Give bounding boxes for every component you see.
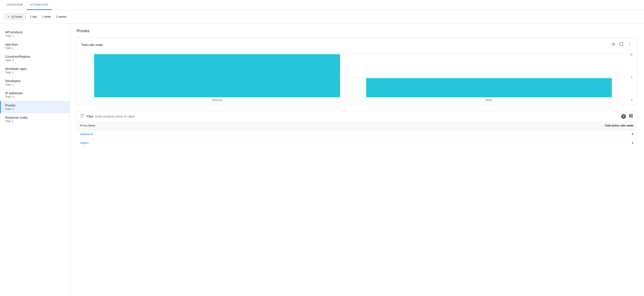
bars-container: helloworld httpbin: [81, 53, 625, 101]
sidebar-item-proxies[interactable]: Proxies Total: 2: [0, 101, 69, 113]
sidebar-item-api-products[interactable]: API products Total: 1: [0, 28, 69, 40]
chart-more-icon[interactable]: [627, 41, 632, 48]
time-filter-bar: ✓ 12 hours 1 day 1 week 2 weeks: [0, 10, 644, 24]
filter-1week[interactable]: 1 week: [41, 14, 52, 20]
top-tabs: OVERVIEW ATTRIBUTES: [0, 0, 644, 10]
svg-point-6: [630, 45, 630, 46]
y-label-5: 5: [631, 76, 632, 79]
columns-icon[interactable]: [628, 113, 633, 119]
sidebar-item-response-codes[interactable]: Response codes Total: 1: [0, 113, 69, 125]
column-proxy-name: Proxy Name: [77, 121, 284, 130]
svg-point-5: [630, 44, 630, 44]
column-total-calls[interactable]: ↓Total action calls made: [284, 121, 637, 130]
table-cell-name: helloworld: [77, 130, 284, 139]
bar-group-helloworld: helloworld: [81, 53, 353, 101]
main-layout: API products Total: 1 App keys Total: 1 …: [0, 24, 644, 296]
chart-title: Total calls made: [81, 43, 103, 47]
filter-icon: [80, 115, 84, 118]
svg-rect-11: [630, 114, 632, 118]
chart-header: Total calls made: [77, 38, 637, 52]
content-area: Proxies Total calls made: [70, 24, 644, 296]
svg-point-4: [630, 43, 630, 43]
filter-label: Filter: [87, 115, 94, 118]
chart-icons: [610, 41, 632, 48]
sidebar-item-developer-apps[interactable]: Developer apps Total: 1: [0, 64, 69, 77]
sidebar-item-developers[interactable]: Developers Total: 1: [0, 77, 69, 89]
table-header-row: Proxy Name ↓Total action calls made: [77, 121, 637, 130]
chart-download-icon[interactable]: [610, 41, 616, 48]
filter-input[interactable]: [95, 115, 620, 118]
help-icon[interactable]: ?: [621, 114, 626, 119]
filter-12hours[interactable]: ✓ 12 hours: [4, 14, 26, 20]
sidebar: API products Total: 1 App keys Total: 1 …: [0, 24, 70, 296]
tab-attributes[interactable]: ATTRIBUTES: [26, 0, 52, 10]
checkmark-icon: ✓: [8, 15, 10, 18]
sidebar-item-ip-addresses[interactable]: IP addresses Total: 3: [0, 89, 69, 101]
y-label-0: 0: [631, 99, 632, 101]
bar-group-httpbin: httpbin: [353, 53, 625, 101]
chart-card: Total calls made: [76, 38, 637, 105]
chart-body: helloworld httpbin 10 5 0: [77, 52, 637, 105]
data-table: Proxy Name ↓Total action calls made hell…: [76, 121, 637, 147]
filter-2weeks[interactable]: 2 weeks: [56, 14, 68, 20]
sidebar-item-countries-regions[interactable]: Countries/Regions Total: 3: [0, 52, 69, 64]
chart-expand-icon[interactable]: [618, 41, 624, 48]
table-cell-name: httpbin: [77, 139, 284, 147]
y-label-10: 10: [630, 53, 632, 56]
bar-helloworld: [94, 54, 340, 97]
proxy-link-helloworld[interactable]: helloworld: [80, 133, 93, 136]
tab-overview[interactable]: OVERVIEW: [4, 0, 26, 10]
bar-label-helloworld: helloworld: [212, 99, 222, 101]
page-title: Proxies: [76, 29, 637, 33]
svg-rect-10: [629, 114, 630, 118]
filter-1day[interactable]: 1 day: [29, 14, 38, 20]
filter-right-icons: ?: [621, 113, 633, 119]
bar-label-httpbin: httpbin: [485, 99, 492, 101]
y-axis: 10 5 0: [626, 53, 632, 101]
svg-rect-3: [620, 43, 623, 46]
proxy-link-httpbin[interactable]: httpbin: [80, 141, 89, 145]
table-cell-total: 4: [284, 139, 637, 147]
sidebar-item-app-keys[interactable]: App keys Total: 1: [0, 40, 69, 52]
table-row: httpbin 4: [77, 139, 637, 147]
table-row: helloworld 9: [77, 130, 637, 139]
chart-area: helloworld httpbin 10 5 0: [81, 53, 632, 101]
filter-row: Filter ?: [76, 111, 637, 121]
svg-rect-12: [632, 114, 633, 118]
sort-down-icon: ↓: [603, 124, 604, 127]
bar-httpbin: [366, 78, 612, 97]
table-cell-total: 9: [284, 130, 637, 139]
